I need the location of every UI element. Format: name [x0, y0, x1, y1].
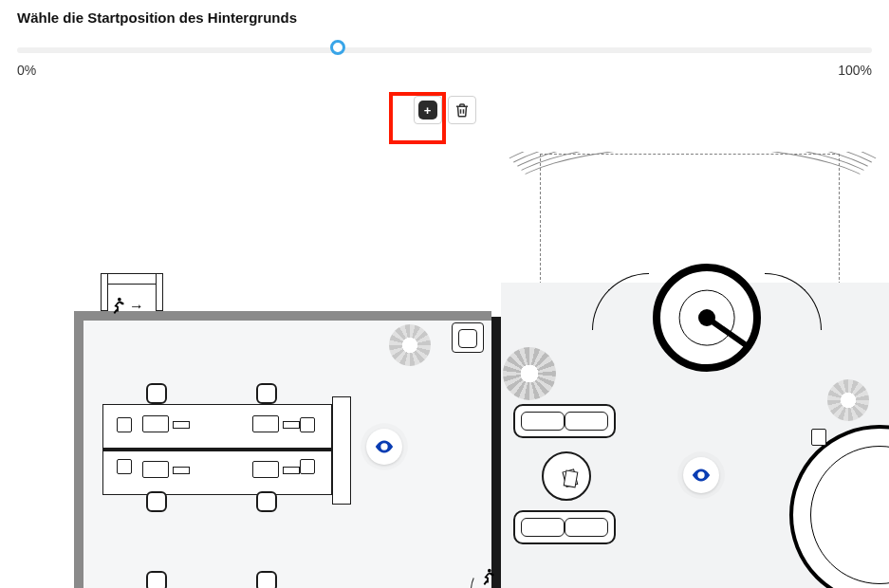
keyboard — [283, 421, 300, 429]
chair — [256, 383, 277, 404]
plant-icon — [827, 379, 869, 421]
desk-divider-h — [102, 448, 332, 451]
keyboard — [283, 467, 300, 474]
visibility-marker[interactable] — [366, 429, 402, 465]
chair — [146, 571, 167, 588]
eye-icon — [691, 465, 712, 486]
chair — [146, 383, 167, 404]
svg-point-1 — [382, 445, 386, 449]
monitor — [252, 415, 279, 432]
handrail-top — [101, 273, 163, 285]
exit-arrow-icon: → — [129, 298, 144, 315]
floorplan-canvas[interactable]: → — [0, 152, 889, 588]
keyboard — [173, 421, 190, 429]
device — [811, 429, 826, 446]
position-slider[interactable]: 0% 100% — [17, 36, 872, 76]
image-toolbar: + — [414, 96, 476, 124]
plant-icon — [389, 324, 431, 366]
keyboard — [173, 467, 190, 474]
sofa — [513, 404, 616, 438]
slider-min-label: 0% — [17, 63, 36, 78]
plus-icon: + — [418, 101, 437, 119]
trash-icon — [454, 101, 471, 119]
slider-max-label: 100% — [838, 63, 872, 78]
eye-icon — [374, 436, 395, 457]
wall-divider — [491, 317, 501, 588]
revolving-door — [653, 264, 761, 372]
page-title: Wähle die Startposition des Hintergrunds — [17, 9, 297, 26]
device — [117, 459, 132, 474]
add-button[interactable]: + — [414, 96, 442, 124]
plant-icon — [503, 347, 556, 400]
slider-handle[interactable] — [330, 40, 345, 55]
svg-point-2 — [699, 473, 703, 477]
device — [117, 417, 132, 432]
monitor — [142, 415, 169, 432]
delete-button[interactable] — [448, 96, 476, 124]
wall-left — [74, 311, 83, 588]
sofa — [513, 510, 616, 544]
papers-icon — [544, 453, 593, 503]
svg-point-0 — [118, 298, 121, 302]
printer-icon — [452, 322, 484, 353]
slider-track — [17, 47, 872, 53]
visibility-marker[interactable] — [683, 457, 719, 493]
exit-icon — [107, 296, 128, 317]
monitor — [142, 461, 169, 478]
device — [300, 417, 315, 432]
chair — [256, 491, 277, 512]
chair — [256, 571, 277, 588]
desk-endcap — [332, 396, 351, 505]
chair — [146, 491, 167, 512]
handrail-post-2 — [156, 273, 163, 311]
monitor — [252, 461, 279, 478]
device — [300, 459, 315, 474]
svg-rect-4 — [564, 470, 578, 487]
coffee-table — [542, 451, 591, 501]
